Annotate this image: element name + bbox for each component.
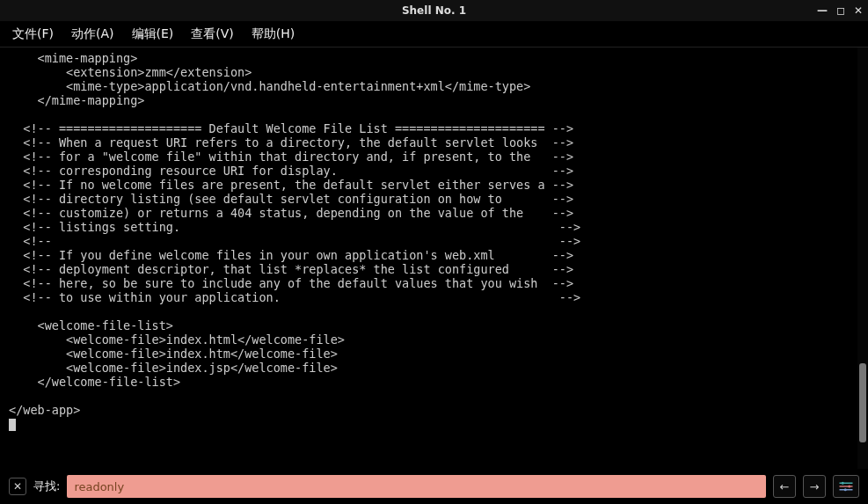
arrow-right-icon: → bbox=[810, 480, 820, 493]
scrollbar-thumb[interactable] bbox=[859, 363, 866, 442]
close-icon: ✕ bbox=[13, 480, 22, 493]
terminal-cursor bbox=[9, 419, 16, 431]
window-titlebar: Shell No. 1 — ◻ ✕ bbox=[0, 0, 868, 21]
menubar: 文件(F) 动作(A) 编辑(E) 查看(V) 帮助(H) bbox=[0, 21, 868, 47]
options-icon bbox=[838, 480, 854, 493]
window-title: Shell No. 1 bbox=[402, 4, 466, 17]
search-options-button[interactable] bbox=[833, 475, 859, 498]
svg-point-5 bbox=[844, 488, 847, 491]
maximize-icon[interactable]: ◻ bbox=[836, 4, 845, 17]
terminal-content[interactable]: <mime-mapping> <extension>zmm</extension… bbox=[0, 47, 857, 469]
menu-help[interactable]: 帮助(H) bbox=[252, 26, 295, 42]
arrow-left-icon: ← bbox=[780, 480, 790, 493]
menu-action[interactable]: 动作(A) bbox=[71, 26, 114, 42]
svg-point-3 bbox=[848, 486, 850, 488]
search-input[interactable] bbox=[67, 475, 766, 498]
scrollbar-track[interactable] bbox=[857, 47, 868, 469]
search-label: 寻找: bbox=[33, 478, 60, 494]
window-controls: — ◻ ✕ bbox=[817, 0, 863, 21]
minimize-icon[interactable]: — bbox=[817, 4, 828, 17]
menu-edit[interactable]: 编辑(E) bbox=[132, 26, 174, 42]
terminal-text: <mime-mapping> <extension>zmm</extension… bbox=[9, 51, 580, 417]
search-close-button[interactable]: ✕ bbox=[9, 478, 26, 495]
search-bar: ✕ 寻找: ← → bbox=[0, 469, 868, 504]
svg-point-1 bbox=[842, 482, 844, 485]
close-icon[interactable]: ✕ bbox=[854, 4, 863, 17]
search-prev-button[interactable]: ← bbox=[773, 475, 796, 498]
menu-view[interactable]: 查看(V) bbox=[191, 26, 234, 42]
search-next-button[interactable]: → bbox=[803, 475, 826, 498]
menu-file[interactable]: 文件(F) bbox=[12, 26, 54, 42]
